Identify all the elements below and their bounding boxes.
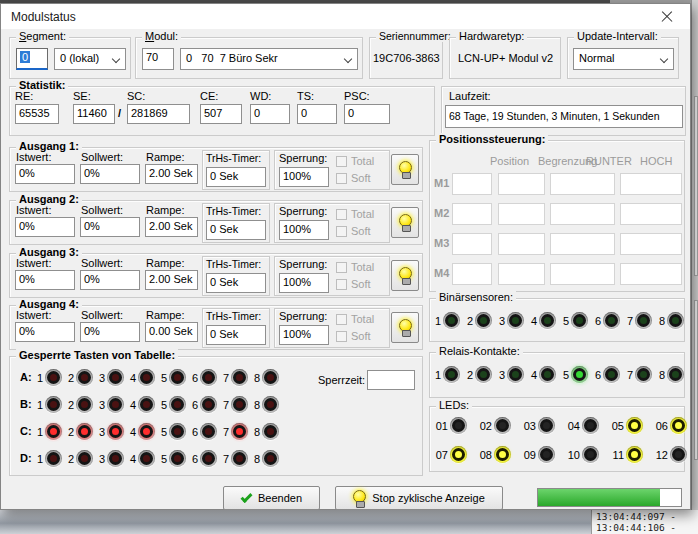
taste-led-item: 3 <box>98 396 124 413</box>
relais-label: Relais-Kontakte: <box>436 345 523 357</box>
sollwert-label: Sollwert: <box>81 309 123 321</box>
led-item: 10 <box>566 446 599 463</box>
screen: 13:04:44:097 - 13:04:44:106 - Modulstatu… <box>0 0 698 534</box>
pos-value-field[interactable] <box>498 173 545 195</box>
ausgang-group-1: Ausgang 1:Istwert:0%Sollwert:0%Rampe:2.0… <box>9 147 423 192</box>
led-number: 6 <box>594 315 601 327</box>
stat-label: TS: <box>297 90 314 102</box>
trhs-timer-value: 0 Sek <box>206 325 266 345</box>
stat-label: CE: <box>200 90 218 102</box>
total-checkbox <box>336 209 347 220</box>
led-number: 8 <box>658 369 665 381</box>
relais-led: 1 <box>434 366 460 383</box>
led-number: 3 <box>98 372 105 384</box>
lamp-test-button[interactable] <box>391 207 419 238</box>
taste-led-item: 7 <box>222 396 248 413</box>
close-button[interactable] <box>652 6 682 27</box>
led-number: 1 <box>36 426 43 438</box>
pos-value-field[interactable] <box>550 233 615 255</box>
binaersensor-led-indicator <box>539 312 556 329</box>
laufzeit-group: Laufzeit: 68 Tage, 19 Stunden, 3 Minuten… <box>441 86 686 136</box>
pos-value-field[interactable] <box>498 263 545 285</box>
led-indicator <box>538 417 555 434</box>
stop-zyklische-anzeige-button[interactable]: Stop zyklische Anzeige <box>335 486 503 510</box>
segment-combo[interactable]: 0 (lokal) <box>54 48 126 70</box>
close-icon <box>661 11 673 23</box>
background-widget-edge <box>694 300 698 460</box>
led-core <box>509 314 522 327</box>
taste-led-row: 12345678 <box>36 423 279 440</box>
pos-value-field[interactable] <box>620 203 682 225</box>
led-core <box>669 368 682 381</box>
pos-value-field[interactable] <box>452 263 492 285</box>
taste-led-indicator <box>45 369 62 386</box>
pos-value-field[interactable] <box>498 203 545 225</box>
pos-value-field[interactable] <box>550 203 615 225</box>
led-item: 12 <box>654 446 687 463</box>
modul-group: Modul: 70 0 70 7 Büro Sekr <box>135 37 363 79</box>
led-core <box>605 368 618 381</box>
pos-value-field[interactable] <box>452 173 492 195</box>
pos-value-field[interactable] <box>452 203 492 225</box>
led-core <box>584 419 597 432</box>
pos-value-field[interactable] <box>620 263 682 285</box>
lamp-test-button[interactable] <box>391 154 419 185</box>
pos-value-field[interactable] <box>452 233 492 255</box>
segment-input[interactable]: 0 <box>16 48 48 70</box>
modul-combo[interactable]: 0 70 7 Büro Sekr <box>180 48 358 70</box>
relais-group: Relais-Kontakte: 12345678 <box>429 352 685 398</box>
update-intervall-combo[interactable]: Normal <box>573 48 674 70</box>
binaersensor-led-indicator <box>635 312 652 329</box>
lamp-test-button[interactable] <box>391 312 419 343</box>
pos-value-field[interactable] <box>550 263 615 285</box>
relais-led: 3 <box>498 366 524 383</box>
taste-led-indicator <box>76 450 93 467</box>
led-number: 4 <box>129 399 136 411</box>
update-intervall-label: Update-Intervall: <box>574 30 661 42</box>
check-icon <box>240 490 252 502</box>
bulb-icon <box>399 267 412 284</box>
led-number: 05 <box>610 420 624 432</box>
soft-checkbox <box>336 331 347 342</box>
led-core <box>171 398 184 411</box>
pos-value-field[interactable] <box>498 233 545 255</box>
led-number: 6 <box>191 453 198 465</box>
total-checkbox-label: Total <box>351 155 374 167</box>
istwert-label: Istwert: <box>16 151 51 163</box>
stat-label: RE: <box>15 90 33 102</box>
lamp-test-button[interactable] <box>391 260 419 291</box>
stat-value-field: 0 <box>344 104 390 124</box>
led-core <box>233 425 246 438</box>
rampe-value: 2.00 Sek <box>145 270 198 290</box>
taste-led-indicator <box>169 423 186 440</box>
pos-value-field[interactable] <box>620 233 682 255</box>
total-checkbox <box>336 314 347 325</box>
trhs-timer-box: TrHs-Timer:0 Sek <box>202 256 270 296</box>
led-indicator <box>494 417 511 434</box>
sperrzeit-input[interactable] <box>367 370 415 390</box>
beenden-button[interactable]: Beenden <box>223 486 320 510</box>
istwert-value: 0% <box>15 322 75 342</box>
sperrung-label: Sperrung: <box>279 310 327 322</box>
rampe-value: 0.00 Sek <box>145 322 198 342</box>
leds-label: LEDs: <box>436 399 472 411</box>
binaersensor-led-indicator <box>571 312 588 329</box>
bulb-icon <box>399 214 412 231</box>
modul-input[interactable]: 70 <box>142 48 174 70</box>
pos-value-field[interactable] <box>550 173 615 195</box>
trhs-timer-box: TrHs-Timer:0 Sek <box>202 203 270 243</box>
led-core <box>573 314 586 327</box>
binaersensor-led-indicator <box>475 312 492 329</box>
led-core <box>452 419 465 432</box>
taste-led-item: 1 <box>36 396 62 413</box>
modul-combo-value: 0 70 7 Büro Sekr <box>186 52 278 64</box>
led-number: 5 <box>562 369 569 381</box>
binaersensor-led: 6 <box>594 312 620 329</box>
modul-label: Modul: <box>142 30 181 42</box>
pos-value-field[interactable] <box>620 173 682 195</box>
taste-led-item: 4 <box>129 423 155 440</box>
taste-led-indicator <box>138 396 155 413</box>
led-number: 4 <box>530 369 537 381</box>
window-title: Modulstatus <box>11 10 76 24</box>
taste-led-indicator <box>76 423 93 440</box>
